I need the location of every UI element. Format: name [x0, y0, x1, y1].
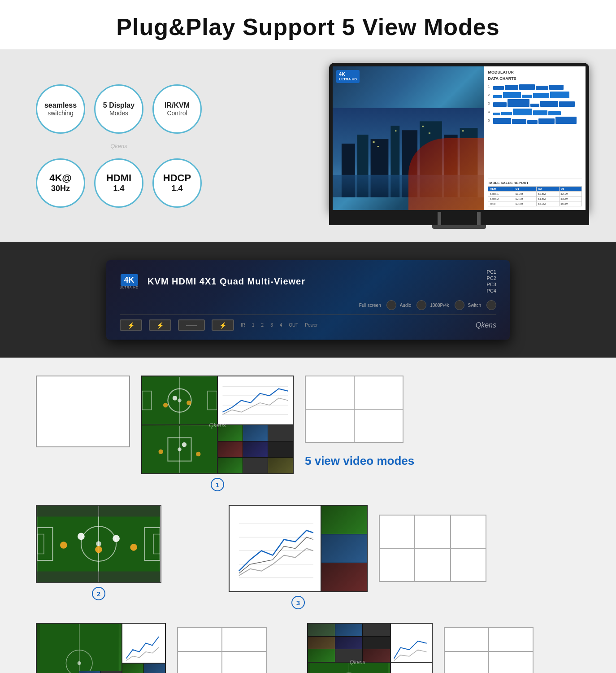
btn-fullscreen-label: Full screen [359, 303, 381, 308]
btn-fullscreen[interactable] [386, 300, 396, 310]
device-4k-label: 4K [121, 274, 138, 286]
usb-symbol-2: ⚡ [156, 322, 164, 329]
mode-5-chart2-svg [391, 663, 432, 673]
badge-display-modes: 5 Display Modes [94, 84, 143, 134]
chart-bars: 1 2 [488, 83, 582, 176]
view-modes-section: Qkens 1 5 view video modes [0, 358, 616, 673]
mini-table: ITEM Q1 Q2 Q3 Sales 1 $1.2M $3.5M [488, 186, 582, 206]
badge-row-1: seamless switching 5 Display Modes IR/KV… [36, 84, 202, 134]
mode-3-cell-chart [230, 506, 321, 591]
mode-2-3-row: 2 [36, 505, 580, 609]
mode-5-cell-multi [308, 624, 390, 662]
tv-container: 4KULTRA HD [220, 63, 589, 229]
mode-4-main-svg [37, 624, 121, 673]
svg-point-35 [182, 442, 187, 447]
mode-4-chart-svg [122, 624, 165, 663]
svg-rect-52 [232, 506, 318, 591]
usb-port-4: ⚡ [212, 319, 234, 331]
badge-hdmi: HDMI 1.4 [94, 158, 143, 208]
device-title: KVM HDMI 4X1 Quad Multi-Viewer [147, 276, 305, 287]
tv-4k-badge: 4KULTRA HD [336, 70, 360, 83]
mode-1-row: Qkens 1 5 view video modes [36, 376, 580, 491]
mode-1-cell-soccer2 [142, 425, 217, 473]
page-wrapper: Plug&Play Support 5 View Modes seamless … [0, 0, 616, 673]
device-section: 4K ULTRA HD KVM HDMI 4X1 Quad Multi-View… [0, 242, 616, 358]
device-bottom: ⚡ ⚡ ▬▬▬ ⚡ IR 1 2 3 4 OUT Power Qkens [120, 315, 496, 331]
badge-seamless-switching: seamless switching [36, 84, 85, 134]
svg-rect-10 [373, 141, 375, 143]
tv-foot [432, 225, 486, 229]
badge-ir-kvm: IR/KVM Control [152, 84, 202, 134]
mode-1-right-col: 5 view video modes [305, 376, 580, 468]
mode-4-screen [36, 623, 166, 673]
btn-audio-label: Audio [400, 303, 412, 308]
mode-1-screen: Qkens [141, 376, 294, 474]
btn-resolution[interactable] [455, 300, 464, 310]
svg-point-24 [187, 401, 191, 405]
btn-audio[interactable] [416, 300, 426, 310]
chart-row-2: 2 [488, 91, 582, 98]
port-4: 4 [280, 323, 282, 328]
svg-point-47 [95, 546, 102, 553]
data-charts-title: DATA CHARTS [488, 76, 582, 81]
chart-row-4: 4 [488, 108, 582, 115]
port-2: 2 [261, 323, 264, 328]
soccer2-svg [142, 425, 217, 473]
port-pc4: PC4 [487, 288, 496, 293]
table-sales-title: TABLE SALES REPORT [488, 181, 582, 185]
svg-rect-12 [395, 130, 396, 131]
svg-point-45 [60, 542, 67, 549]
mode-2-number-wrapper: 2 [92, 587, 105, 600]
top-section: seamless switching 5 Display Modes IR/KV… [0, 49, 616, 242]
mode-1-center-wrapper: Qkens 1 [141, 376, 294, 491]
mode-1-cell-soccer [142, 376, 217, 424]
mode-2-svg [37, 506, 161, 582]
mode-2-wrapper: 2 [36, 505, 161, 600]
mode-5-wrapper: Qkens 5 [307, 623, 433, 673]
tv-base [329, 225, 589, 229]
main-title: Plug&Play Support 5 View Modes [9, 13, 607, 40]
device-ultrahd-label: ULTRA HD [120, 286, 139, 289]
mode-5-screen: Qkens [307, 623, 433, 673]
device-brand-watermark: Qkens [476, 321, 496, 329]
device-buttons-row: Full screen Audio 1080P/4k Switch [120, 300, 496, 310]
tv-frame: 4KULTRA HD [329, 63, 589, 212]
mode-4-blank-right [177, 627, 267, 673]
badge-row-2: 4K@ 30Hz HDMI 1.4 HDCP 1.4 [36, 158, 202, 208]
mode-2-number: 2 [92, 587, 105, 600]
mode-5-cell-chart2 [391, 663, 432, 673]
svg-rect-11 [377, 146, 379, 147]
svg-rect-71 [392, 663, 431, 673]
view-modes-title: 5 view video modes [305, 454, 580, 468]
mode-1-number-wrapper: 1 [141, 478, 294, 491]
soccer-field-svg [142, 376, 217, 424]
usb-port-3: ▬▬▬ [178, 319, 205, 331]
svg-point-48 [113, 535, 120, 542]
device-box: 4K ULTRA HD KVM HDMI 4X1 Quad Multi-View… [106, 260, 510, 340]
svg-point-46 [78, 533, 85, 540]
port-ir: IR [241, 323, 245, 328]
svg-point-23 [173, 396, 177, 400]
port-pc1: PC1 [487, 269, 496, 275]
svg-rect-50 [37, 506, 160, 516]
chart-row-1: 1 [488, 83, 582, 90]
mode-5-cell-soccer [308, 663, 390, 673]
svg-point-36 [196, 452, 200, 456]
device-ports: PC1 PC2 PC3 PC4 [487, 269, 496, 293]
btn-switch-label: Switch [468, 303, 481, 308]
mode-1-blank-left [36, 376, 130, 447]
mode-2-screen [36, 505, 161, 583]
usb-port-1: ⚡ [120, 319, 142, 331]
mode-4-cell-chart [122, 624, 165, 663]
line-chart-svg [218, 376, 293, 424]
tv-screen-left: 4KULTRA HD [333, 66, 484, 210]
svg-rect-62 [124, 624, 163, 663]
tv-table-section: TABLE SALES REPORT ITEM Q1 Q2 Q3 [488, 179, 582, 206]
mode-3-number: 3 [291, 596, 305, 609]
tv-leg-right [477, 212, 481, 225]
port-pc2: PC2 [487, 275, 496, 281]
badge-hdcp: HDCP 1.4 [152, 158, 202, 208]
mode-3-cell-multi [321, 506, 367, 591]
btn-switch[interactable] [486, 300, 496, 310]
device-top: 4K ULTRA HD KVM HDMI 4X1 Quad Multi-View… [120, 269, 496, 293]
